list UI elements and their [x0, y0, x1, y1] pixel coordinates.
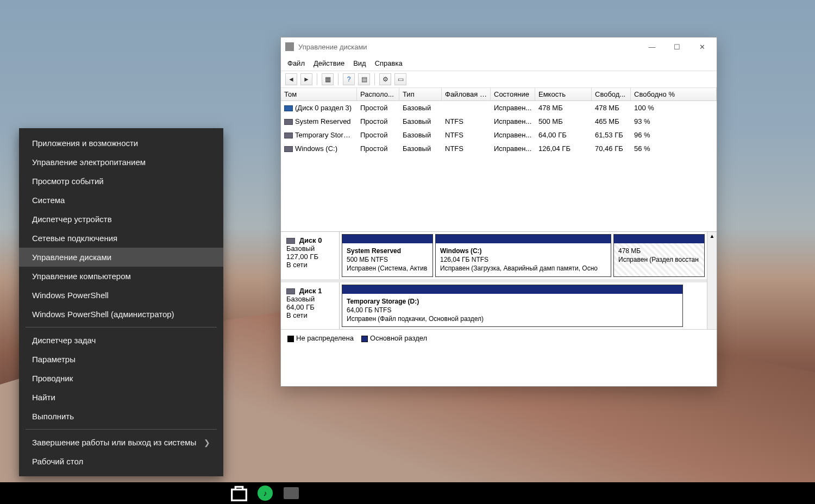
legend-primary: Основной раздел	[370, 334, 427, 342]
partition[interactable]: System Reserved500 МБ NTFSИсправен (Сист…	[342, 234, 433, 277]
volume-row[interactable]: System Reserved ПростойБазовый NTFSИспра…	[281, 115, 717, 128]
winx-item[interactable]: Параметры	[19, 350, 223, 369]
volume-list-header: Том Располо... Тип Файловая с... Состоян…	[281, 88, 717, 101]
legend-primary-swatch	[361, 336, 368, 342]
menu-bar: Файл Действие Вид Справка	[281, 56, 717, 71]
taskbar-store-icon[interactable]	[228, 482, 250, 504]
col-status[interactable]: Состояние	[491, 88, 535, 100]
winx-item[interactable]: Управление электропитанием	[19, 153, 223, 172]
properties-button[interactable]: ⚙	[379, 73, 391, 85]
list-button[interactable]: ▤	[358, 73, 370, 85]
volume-row[interactable]: Temporary Storag... ПростойБазовый NTFSИ…	[281, 128, 717, 142]
titlebar[interactable]: Управление дисками — ☐ ✕	[281, 37, 717, 56]
winx-item[interactable]: Диспетчер устройств	[19, 210, 223, 229]
disk-row: Диск 1Базовый64,00 ГБВ сетиTemporary Sto…	[281, 282, 707, 330]
col-type[interactable]: Тип	[399, 88, 442, 100]
legend-unallocated: Не распределена	[296, 334, 354, 342]
taskbar-spotify-icon[interactable]: ♪	[254, 482, 276, 504]
maximize-button[interactable]: ☐	[664, 39, 689, 55]
disk-label[interactable]: Диск 1Базовый64,00 ГБВ сети	[281, 282, 340, 330]
col-layout[interactable]: Располо...	[357, 88, 399, 100]
col-free[interactable]: Свобод...	[592, 88, 631, 100]
winx-menu: Приложения и возможностиУправление элект…	[19, 128, 223, 476]
col-pct[interactable]: Свободно %	[631, 88, 717, 100]
help-button[interactable]: ?	[343, 73, 355, 85]
chevron-right-icon: ❯	[204, 438, 210, 447]
winx-item[interactable]: Просмотр событий	[19, 172, 223, 191]
winx-item[interactable]: Windows PowerShell (администратор)	[19, 305, 223, 324]
partition[interactable]: 478 МБИсправен (Раздел восстан	[613, 234, 705, 277]
app-icon	[285, 42, 294, 51]
menu-view[interactable]: Вид	[353, 59, 366, 67]
window-title: Управление дисками	[298, 43, 640, 51]
menu-action[interactable]: Действие	[314, 59, 344, 67]
winx-item[interactable]: Сетевые подключения	[19, 229, 223, 248]
forward-button[interactable]: ►	[300, 73, 312, 85]
disk-label[interactable]: Диск 0Базовый127,00 ГБВ сети	[281, 232, 340, 279]
winx-item[interactable]: Проводник	[19, 369, 223, 388]
winx-item[interactable]: Windows PowerShell	[19, 286, 223, 305]
winx-item[interactable]: Диспетчер задач	[19, 331, 223, 350]
volume-row[interactable]: Windows (C:) ПростойБазовый NTFSИсправен…	[281, 142, 717, 155]
partition[interactable]: Windows (C:)126,04 ГБ NTFSИсправен (Загр…	[435, 234, 611, 277]
taskbar: ♪	[0, 482, 815, 504]
back-button[interactable]: ◄	[285, 73, 297, 85]
taskbar-app-icon[interactable]	[280, 482, 302, 504]
col-capacity[interactable]: Емкость	[535, 88, 592, 100]
view-button[interactable]: ▭	[394, 73, 406, 85]
legend: Не распределена Основной раздел	[281, 329, 717, 346]
partition[interactable]: Temporary Storage (D:)64,00 ГБ NTFSИспра…	[342, 285, 683, 327]
winx-item[interactable]: Управление компьютером	[19, 267, 223, 286]
refresh-button[interactable]: ▦	[322, 73, 334, 85]
winx-item[interactable]: Выполнить	[19, 407, 223, 426]
winx-item[interactable]: Завершение работы или выход из системы❯	[19, 433, 223, 452]
minimize-button[interactable]: —	[640, 39, 664, 55]
winx-item[interactable]: Управление дисками	[19, 248, 223, 267]
scroll-up-button[interactable]: ▲	[707, 232, 717, 329]
winx-item[interactable]: Рабочий стол	[19, 452, 223, 471]
legend-unallocated-swatch	[287, 336, 294, 342]
col-volume[interactable]: Том	[281, 88, 357, 100]
disk-row: Диск 0Базовый127,00 ГБВ сетиSystem Reser…	[281, 232, 707, 279]
col-fs[interactable]: Файловая с...	[442, 88, 491, 100]
volume-row[interactable]: (Диск 0 раздел 3) ПростойБазовый Исправе…	[281, 101, 717, 115]
menu-file[interactable]: Файл	[287, 59, 305, 67]
winx-item[interactable]: Система	[19, 191, 223, 210]
winx-item[interactable]: Найти	[19, 388, 223, 407]
disk-management-window: Управление дисками — ☐ ✕ Файл Действие В…	[280, 37, 717, 387]
close-button[interactable]: ✕	[689, 39, 714, 55]
toolbar: ◄ ► ▦ ? ▤ ⚙ ▭	[281, 71, 717, 88]
winx-item[interactable]: Приложения и возможности	[19, 134, 223, 153]
graphical-view: Диск 0Базовый127,00 ГБВ сетиSystem Reser…	[281, 231, 717, 346]
volume-list[interactable]: (Диск 0 раздел 3) ПростойБазовый Исправе…	[281, 101, 717, 231]
svg-rect-0	[232, 489, 247, 500]
menu-help[interactable]: Справка	[375, 59, 403, 67]
